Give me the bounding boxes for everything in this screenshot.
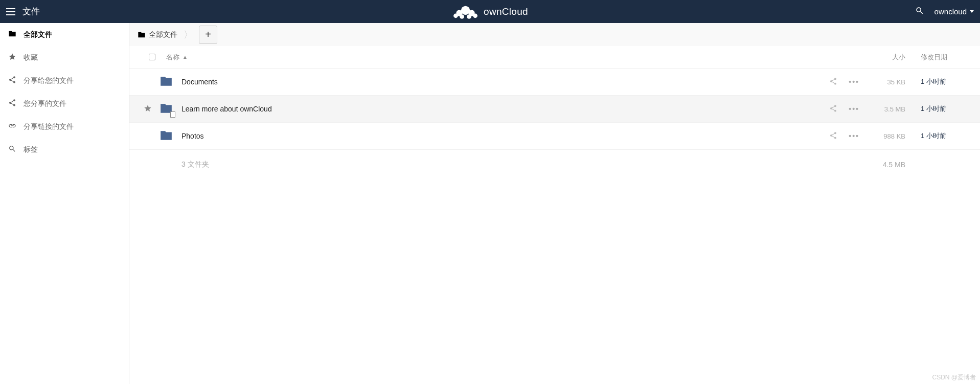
file-date: 1 小时前	[921, 131, 972, 141]
row-actions: •••	[829, 104, 859, 114]
watermark: CSDN @爱博者	[932, 373, 976, 382]
sidebar-item-5[interactable]: 标签	[0, 138, 129, 161]
breadcrumb-separator: 〉	[184, 29, 193, 41]
file-row[interactable]: Learn more about ownCloud•••3.5 MB1 小时前	[129, 96, 980, 123]
owncloud-logo-icon	[452, 4, 478, 19]
search-icon	[915, 6, 924, 15]
row-actions: •••	[829, 131, 859, 141]
star-icon[interactable]	[144, 104, 152, 114]
user-name: owncloud	[935, 7, 967, 16]
topbar-left: 文件	[6, 6, 40, 17]
sidebar-item-label: 标签	[24, 145, 38, 154]
sidebar-item-4[interactable]: 分享链接的文件	[0, 115, 129, 138]
share-icon	[8, 99, 16, 108]
breadcrumb-root[interactable]: 全部文件	[149, 30, 177, 39]
sidebar-item-label: 您分享的文件	[24, 99, 66, 108]
folder-icon	[158, 129, 174, 142]
layout: 全部文件收藏分享给您的文件您分享的文件分享链接的文件标签 全部文件 〉 + 名称…	[0, 23, 980, 384]
share-icon	[8, 76, 16, 85]
plus-icon: +	[205, 29, 211, 40]
more-actions-icon[interactable]: •••	[849, 78, 859, 86]
star-column	[138, 104, 158, 114]
search-icon	[8, 145, 16, 154]
summary-count: 3 文件夹	[181, 160, 859, 169]
file-size: 3.5 MB	[859, 105, 905, 113]
folder-icon	[138, 31, 146, 39]
sort-ascending-icon: ▲	[183, 54, 188, 60]
sidebar-item-label: 分享给您的文件	[24, 76, 74, 85]
brand-name: ownCloud	[484, 6, 528, 17]
summary-size: 4.5 MB	[859, 161, 905, 169]
svg-point-0	[461, 6, 469, 14]
sidebar: 全部文件收藏分享给您的文件您分享的文件分享链接的文件标签	[0, 23, 129, 384]
search-button[interactable]	[915, 6, 924, 17]
file-name[interactable]: Learn more about ownCloud	[181, 105, 829, 113]
more-actions-icon[interactable]: •••	[849, 105, 859, 113]
svg-point-4	[473, 13, 477, 18]
app-label: 文件	[22, 6, 40, 17]
file-date: 1 小时前	[921, 77, 972, 86]
summary-row: 3 文件夹 4.5 MB	[129, 150, 980, 179]
topbar-center: ownCloud	[452, 4, 528, 19]
sidebar-item-label: 分享链接的文件	[24, 122, 74, 131]
select-all-column	[138, 54, 166, 60]
file-row[interactable]: Photos•••988 KB1 小时前	[129, 123, 980, 150]
star-icon	[8, 53, 16, 62]
link-icon	[8, 122, 16, 131]
file-icon-column	[158, 102, 181, 117]
sidebar-item-3[interactable]: 您分享的文件	[0, 92, 129, 115]
file-name[interactable]: Documents	[181, 78, 829, 86]
main: 全部文件 〉 + 名称 ▲ 大小 修改日期 Documents•••35 KB1…	[129, 23, 980, 384]
file-list: Documents•••35 KB1 小时前Learn more about o…	[129, 69, 980, 150]
name-header-label: 名称	[166, 53, 179, 62]
svg-point-6	[467, 14, 471, 19]
more-actions-icon[interactable]: •••	[849, 132, 859, 140]
select-all-checkbox[interactable]	[149, 54, 155, 60]
shared-folder-icon	[158, 102, 174, 117]
size-column-header[interactable]: 大小	[859, 53, 905, 62]
share-icon[interactable]	[829, 77, 837, 87]
share-icon[interactable]	[829, 104, 837, 114]
sidebar-item-0[interactable]: 全部文件	[0, 23, 129, 46]
caret-down-icon	[970, 10, 974, 13]
file-row[interactable]: Documents•••35 KB1 小时前	[129, 69, 980, 96]
name-column-header[interactable]: 名称 ▲	[166, 53, 859, 62]
sidebar-item-label: 全部文件	[24, 30, 52, 39]
file-date: 1 小时前	[921, 104, 972, 114]
sidebar-item-label: 收藏	[24, 53, 38, 62]
folder-icon	[8, 30, 16, 39]
folder-icon	[158, 75, 174, 88]
file-icon-column	[158, 129, 181, 144]
svg-point-3	[453, 13, 458, 18]
file-size: 988 KB	[859, 132, 905, 140]
file-size: 35 KB	[859, 78, 905, 86]
row-actions: •••	[829, 77, 859, 87]
svg-point-5	[460, 14, 464, 19]
list-header: 名称 ▲ 大小 修改日期	[129, 46, 980, 69]
top-bar: 文件 ownCloud owncloud	[0, 0, 980, 23]
sidebar-item-1[interactable]: 收藏	[0, 46, 129, 69]
breadcrumb-bar: 全部文件 〉 +	[129, 23, 980, 46]
share-icon[interactable]	[829, 131, 837, 141]
file-icon-column	[158, 75, 181, 89]
user-menu[interactable]: owncloud	[935, 7, 974, 16]
date-column-header[interactable]: 修改日期	[921, 53, 972, 62]
add-button[interactable]: +	[199, 26, 217, 44]
sidebar-item-2[interactable]: 分享给您的文件	[0, 69, 129, 92]
topbar-right: owncloud	[915, 6, 974, 17]
file-name[interactable]: Photos	[181, 132, 829, 140]
menu-icon[interactable]	[6, 8, 15, 15]
